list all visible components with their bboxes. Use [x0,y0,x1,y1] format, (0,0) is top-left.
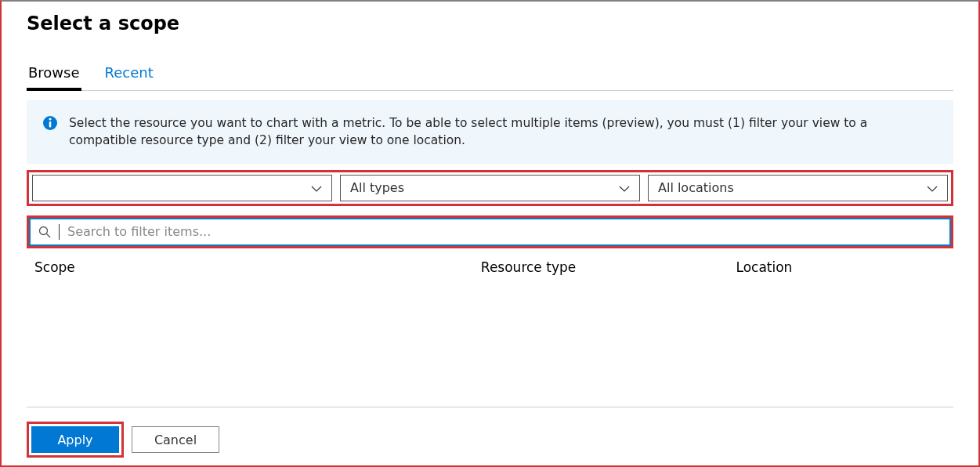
tab-bar: Browse Recent [27,64,953,91]
resource-type-value: All types [350,180,404,195]
subscription-dropdown[interactable] [32,175,332,201]
tab-browse[interactable]: Browse [27,64,81,91]
apply-button[interactable]: Apply [31,426,119,453]
chevron-down-icon [311,183,322,194]
search-highlight [27,215,953,248]
filters-highlight: All types All locations [27,170,953,206]
svg-rect-1 [49,121,52,128]
apply-highlight: Apply [27,422,124,458]
cancel-button[interactable]: Cancel [132,426,219,453]
dialog-footer: Apply Cancel [27,407,953,458]
column-header-location: Location [736,259,946,275]
info-text: Select the resource you want to chart wi… [69,114,938,150]
search-input[interactable] [67,224,942,239]
chevron-down-icon [927,183,938,194]
svg-point-2 [49,118,51,120]
search-icon [38,226,51,238]
column-header-scope: Scope [34,259,481,275]
search-box[interactable] [29,218,951,246]
location-dropdown[interactable]: All locations [648,175,948,201]
column-header-resource-type: Resource type [481,259,736,275]
table-header-row: Scope Resource type Location [27,256,953,278]
resource-type-dropdown[interactable]: All types [340,175,640,201]
svg-point-3 [40,226,48,234]
chevron-down-icon [619,183,630,194]
dialog-title: Select a scope [27,13,953,34]
text-cursor [59,224,60,240]
tab-recent[interactable]: Recent [103,64,155,90]
info-banner: Select the resource you want to chart wi… [27,100,953,164]
info-icon [42,115,58,131]
location-value: All locations [658,180,734,195]
svg-line-4 [47,233,51,237]
